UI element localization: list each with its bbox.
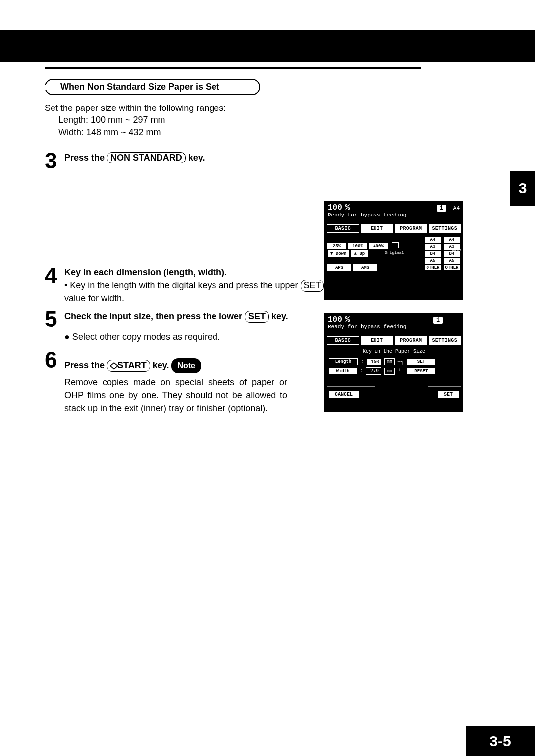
original-a4[interactable]: A4 — [425, 237, 441, 243]
panel2-spacer — [446, 317, 460, 323]
panel2-subtitle: Key in the Paper Size — [326, 349, 462, 354]
original-size-col: A4 A3 B4 A5 OTHER — [425, 237, 441, 270]
aps-ams-row: APS AMS — [327, 264, 377, 271]
note-label: Note — [171, 358, 201, 373]
intro-line: Set the paper size within the following … — [45, 103, 226, 113]
tab-edit[interactable]: EDIT — [361, 224, 393, 233]
note-text: Remove copies made on special sheets of … — [64, 376, 287, 415]
copy-other[interactable]: OTHER — [444, 265, 460, 270]
p2-tab-program[interactable]: PROGRAM — [395, 336, 427, 345]
horizontal-rule — [45, 67, 421, 69]
copy-size-col: A4 A3 B4 A5 OTHER — [444, 237, 460, 270]
panel2-bottom: CANCEL SET — [326, 390, 462, 401]
tab-program[interactable]: PROGRAM — [395, 224, 427, 233]
page: When Non Standard Size Paper is Set Set … — [0, 0, 535, 756]
content-area: When Non Standard Size Paper is Set Set … — [45, 67, 500, 418]
panel2-status: Ready for bypass feeding — [326, 324, 462, 331]
width-range: Width: 148 mm ~ 432 mm — [58, 127, 161, 137]
aps-button[interactable]: APS — [327, 264, 351, 271]
original-other[interactable]: OTHER — [425, 265, 441, 270]
non-standard-key: NON STANDARD — [107, 152, 186, 164]
zoom-100[interactable]: 100% — [348, 243, 367, 249]
panel1-zoom-unit: % — [345, 203, 350, 212]
length-label: Length — [329, 358, 358, 365]
set-lower-key: SET — [245, 311, 269, 323]
chapter-tab: 3 — [510, 171, 535, 206]
original-icon — [392, 242, 399, 248]
panel2-zoom-value: 100 — [328, 315, 342, 324]
original-b4[interactable]: B4 — [425, 251, 441, 257]
set-lower-button[interactable]: SET — [438, 391, 459, 398]
p2-tab-basic[interactable]: BASIC — [327, 336, 359, 345]
tab-settings[interactable]: SETTINGS — [429, 224, 461, 233]
connector-1: ┈┐ — [398, 359, 404, 365]
step-3-body: Press the NON STANDARD key. — [64, 149, 421, 164]
step-4-title: Key in each dimension (length, width). — [64, 268, 227, 277]
intro-block: Set the paper size within the following … — [45, 102, 500, 138]
length-value[interactable]: 150 — [367, 359, 381, 365]
copy-label: Copy — [452, 247, 461, 252]
panel1-size-label: A4 — [449, 205, 460, 211]
step-6-pre: Press the — [64, 360, 107, 370]
step-4-bullet-pre: • Key in the length with the digital key… — [64, 280, 301, 290]
length-row: Length : 150 mm ┈┐ SET — [326, 357, 462, 366]
size-columns: A4 A3 B4 A5 OTHER A4 A3 B4 A5 OTHER — [425, 237, 460, 270]
panel1-tabs: BASIC EDIT PROGRAM SETTINGS — [326, 224, 462, 233]
panel2-divider-2 — [327, 386, 461, 387]
width-value[interactable]: 279 — [366, 367, 381, 375]
lcd-panel-1: 100 % 1 A4 Ready for bypass feeding BASI… — [324, 201, 463, 300]
set-upper-button[interactable]: SET — [407, 359, 435, 365]
step-3-pre: Press the — [64, 153, 107, 162]
ams-button[interactable]: AMS — [353, 264, 377, 271]
panel2-divider — [327, 333, 461, 333]
panel1-zoom-value: 100 — [328, 203, 342, 212]
panel1-header: 100 % 1 A4 — [326, 202, 462, 212]
zoom-row: 25% 100% 400% — [327, 242, 399, 250]
step-5-number: 5 — [45, 308, 64, 330]
panel2-header: 100 % 1 — [326, 314, 462, 324]
page-number: 3-5 — [466, 726, 535, 756]
start-icon: ◇ — [110, 360, 118, 371]
original-a3[interactable]: A3 — [425, 244, 441, 250]
start-key: ◇START — [107, 360, 150, 372]
set-upper-key: SET — [301, 280, 324, 292]
top-banner — [0, 30, 535, 62]
p2-tab-settings[interactable]: SETTINGS — [429, 336, 461, 345]
step-6-number: 6 — [45, 348, 64, 371]
reset-button[interactable]: RESET — [407, 368, 435, 374]
section-title: When Non Standard Size Paper is Set — [60, 82, 219, 92]
zoom-25[interactable]: 25% — [327, 243, 346, 249]
copy-a4[interactable]: A4 — [444, 237, 460, 243]
width-label: Width — [329, 368, 357, 374]
panel1-status: Ready for bypass feeding — [326, 212, 462, 219]
panel2-count: 1 — [433, 317, 443, 324]
step-3-number: 3 — [45, 149, 64, 172]
length-range: Length: 100 mm ~ 297 mm — [58, 115, 165, 125]
length-unit: mm — [384, 358, 395, 365]
step-5-pre: Check the input size, then press the low… — [64, 311, 245, 321]
step-4-number: 4 — [45, 264, 64, 287]
step-6-post: key. — [150, 360, 169, 370]
lcd-panel-2: 100 % 1 Ready for bypass feeding BASIC E… — [324, 313, 463, 412]
up-button[interactable]: ▲ Up — [351, 250, 368, 257]
cancel-button[interactable]: CANCEL — [329, 391, 359, 398]
original-a5[interactable]: A5 — [425, 258, 441, 264]
section-title-pill: When Non Standard Size Paper is Set — [45, 79, 260, 95]
p2-tab-edit[interactable]: EDIT — [361, 336, 393, 345]
step-5-post: key. — [269, 311, 288, 321]
zoom-400[interactable]: 400% — [369, 243, 388, 249]
width-unit: mm — [384, 368, 395, 375]
connector-2: └┈ — [398, 368, 404, 374]
panel2-zoom-unit: % — [345, 315, 350, 324]
step-3-post: key. — [186, 153, 205, 162]
panel1-mid: ▼ Down ▲ Up A4 A3 B4 A5 OTHER A4 A3 — [326, 237, 462, 270]
panel1-count: 1 — [437, 205, 446, 212]
original-label: Original — [385, 250, 404, 255]
panel2-tabs: BASIC EDIT PROGRAM SETTINGS — [326, 336, 462, 345]
step-3: 3 Press the NON STANDARD key. — [45, 149, 421, 172]
width-row: Width : 279 mm └┈ RESET — [326, 366, 462, 376]
tab-basic[interactable]: BASIC — [327, 224, 359, 233]
copy-a5[interactable]: A5 — [444, 258, 460, 264]
panel1-divider — [327, 221, 461, 221]
down-button[interactable]: ▼ Down — [328, 250, 349, 257]
